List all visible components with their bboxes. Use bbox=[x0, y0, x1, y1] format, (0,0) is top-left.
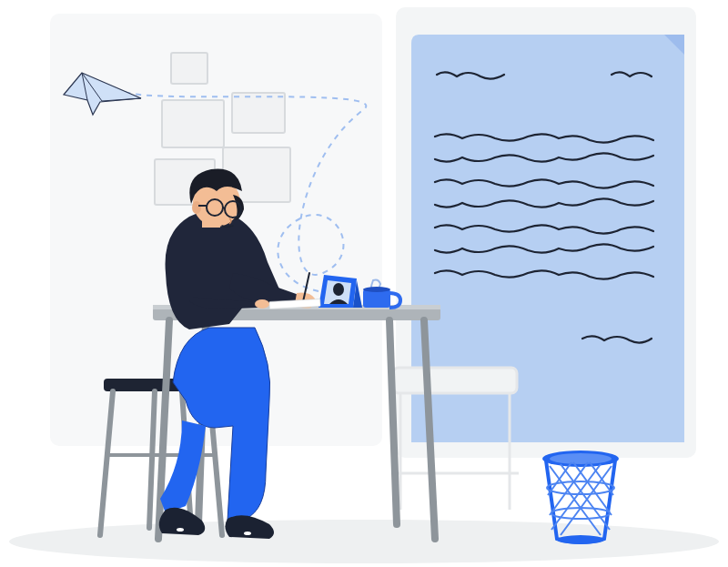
shoe-right bbox=[225, 515, 274, 539]
svg-line-17 bbox=[389, 320, 397, 524]
svg-point-21 bbox=[244, 532, 251, 535]
svg-rect-4 bbox=[171, 53, 207, 84]
svg-point-19 bbox=[363, 287, 390, 292]
svg-point-36 bbox=[557, 535, 604, 544]
svg-rect-0 bbox=[162, 100, 224, 147]
svg-point-31 bbox=[255, 299, 269, 309]
svg-rect-5 bbox=[393, 368, 517, 393]
svg-point-33 bbox=[550, 453, 612, 464]
svg-point-22 bbox=[177, 528, 184, 532]
svg-rect-1 bbox=[232, 93, 285, 133]
svg-point-20 bbox=[333, 283, 344, 296]
floor-shadow bbox=[9, 520, 719, 563]
photo-frame-icon bbox=[318, 275, 362, 308]
svg-line-29 bbox=[223, 208, 225, 208]
svg-point-26 bbox=[192, 201, 201, 214]
letter-writing-illustration bbox=[0, 0, 728, 567]
